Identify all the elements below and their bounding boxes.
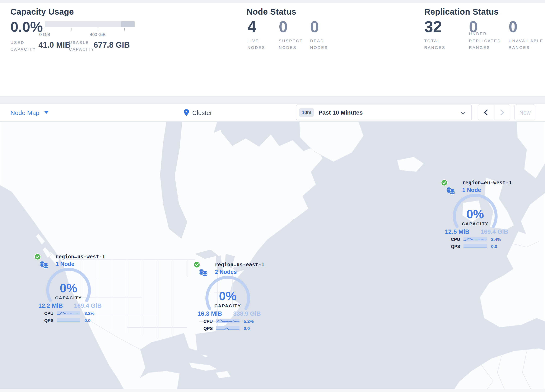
map-toolbar: Node Map Cluster 10m Past 10 Minutes <box>0 103 545 122</box>
marker-status <box>34 253 41 262</box>
stat-value: 0 <box>509 19 545 35</box>
region-total-capacity: 338.9 GiB <box>222 310 272 317</box>
usable-capacity-value: 677.8 GiB <box>94 41 130 50</box>
stat-label: TOTAL RANGES <box>424 38 446 52</box>
node-map: region=us-west-11 Node0%CAPACITY12.2 MiB… <box>0 122 545 392</box>
region-capacity-percent: 0% <box>425 207 525 221</box>
region-cpu-row: CPU3.2% <box>19 311 119 316</box>
region-label: region=us-west-1 <box>56 254 105 260</box>
region-capacity-caption: CAPACITY <box>19 295 119 300</box>
region-cpu-row: CPU5.2% <box>178 319 278 324</box>
stat-column: 0SUSPECT NODES <box>279 19 309 51</box>
marker-status <box>441 179 448 188</box>
tick-mark <box>45 28 45 31</box>
qps-label: QPS <box>19 317 54 323</box>
stat-label: LIVE NODES <box>248 38 265 52</box>
stat-column: 0DEAD NODES <box>310 19 340 51</box>
tick-mark <box>71 28 72 31</box>
stat-value: 0 <box>310 19 340 35</box>
qps-sparkline <box>216 326 240 330</box>
sparkline-chart <box>57 318 80 322</box>
stat-column: 0UNAVAILABLE RANGES <box>509 19 545 51</box>
qps-sparkline <box>464 244 487 248</box>
sparkline-chart <box>464 237 487 241</box>
cpu-value: 3.2% <box>84 311 94 316</box>
sparkline-chart <box>216 326 240 330</box>
usable-capacity: USABLE CAPACITY 677.8 GiB <box>69 39 94 53</box>
breadcrumb[interactable]: Cluster <box>184 104 212 121</box>
qps-sparkline <box>57 318 80 322</box>
marker-header: region=us-east-12 Nodes <box>215 262 265 275</box>
stat-value: 0 <box>279 19 309 35</box>
region-capacity-caption: CAPACITY <box>178 303 278 308</box>
used-capacity: USED CAPACITY 41.0 MiB <box>10 39 36 53</box>
healthy-check-icon <box>193 261 200 268</box>
tick-mark <box>98 28 98 31</box>
cpu-value: 5.2% <box>244 319 254 324</box>
stat-value: 32 <box>424 19 464 35</box>
map-footer-strip <box>0 389 545 392</box>
cpu-sparkline <box>464 237 487 241</box>
time-range-dropdown[interactable]: 10m Past 10 Minutes <box>296 105 472 120</box>
cluster-summary-panel: Capacity Usage 0.0% 0 GiB400 GiB USED CA… <box>0 3 545 97</box>
qps-label: QPS <box>178 325 213 330</box>
capacity-bar-dark-segment <box>121 21 135 27</box>
region-cpu-row: CPU2.4% <box>425 237 525 242</box>
capacity-axis: 0 GiB400 GiB <box>45 28 135 38</box>
cpu-label: CPU <box>425 237 460 242</box>
region-label: region=eu-west-1 <box>462 180 512 186</box>
chevron-left-icon <box>484 110 488 115</box>
tick-mark <box>124 28 125 31</box>
tick-label: 400 GiB <box>85 32 110 37</box>
cluster-overview-page: Capacity Usage 0.0% 0 GiB400 GiB USED CA… <box>0 0 545 392</box>
time-pager <box>478 105 510 120</box>
region-qps-row: QPS0.0 <box>425 243 525 249</box>
marker-header: region=us-west-11 Node <box>56 254 105 267</box>
region-marker-eu-west-1[interactable]: region=eu-west-11 Node0%CAPACITY12.5 MiB… <box>425 174 525 252</box>
region-marker-us-west-1[interactable]: region=us-west-11 Node0%CAPACITY12.2 MiB… <box>19 248 119 326</box>
region-capacity-percent: 0% <box>178 289 278 303</box>
used-capacity-label: USED CAPACITY <box>10 39 36 53</box>
chevron-down-icon <box>461 112 466 115</box>
region-total-capacity: 169.4 GiB <box>63 302 113 309</box>
cpu-label: CPU <box>19 311 54 316</box>
marker-status <box>193 261 200 270</box>
region-node-count[interactable]: 1 Node <box>462 187 512 193</box>
now-button-label: Now <box>519 109 531 116</box>
region-capacity-caption: CAPACITY <box>425 221 525 226</box>
healthy-check-icon <box>34 253 41 260</box>
cpu-sparkline <box>57 311 80 315</box>
stat-column: 0UNDER- REPLICATED RANGES <box>469 19 507 51</box>
sparkline-chart <box>464 244 487 248</box>
usable-capacity-label: USABLE CAPACITY <box>69 39 94 53</box>
view-mode-dropdown[interactable]: Node Map <box>10 104 49 121</box>
now-button[interactable]: Now <box>514 105 535 120</box>
cpu-sparkline <box>216 319 240 323</box>
replication-status-title: Replication Status <box>424 7 499 17</box>
region-qps-row: QPS0.0 <box>178 325 278 330</box>
region-node-count[interactable]: 1 Node <box>56 261 105 267</box>
location-pin-icon <box>184 109 189 116</box>
chevron-down-icon <box>44 111 49 114</box>
time-back-button[interactable] <box>478 105 494 120</box>
region-qps-row: QPS0.0 <box>19 317 119 323</box>
capacity-usage-title: Capacity Usage <box>10 7 74 17</box>
healthy-check-icon <box>441 179 448 186</box>
stat-label: UNAVAILABLE RANGES <box>509 38 544 52</box>
replication-status-section: Replication Status 32TOTAL RANGES0UNDER-… <box>424 3 545 96</box>
node-status-section: Node Status 4LIVE NODES0SUSPECT NODES0DE… <box>247 3 414 96</box>
time-forward-button[interactable] <box>494 105 510 120</box>
cpu-label: CPU <box>178 319 213 324</box>
chevron-right-icon <box>500 110 504 115</box>
breadcrumb-label: Cluster <box>192 109 212 116</box>
stat-column: 4LIVE NODES <box>248 19 277 51</box>
qps-label: QPS <box>425 243 460 249</box>
stat-label: DEAD NODES <box>310 38 328 52</box>
stat-label: UNDER- REPLICATED RANGES <box>469 31 501 51</box>
region-label: region=us-east-1 <box>215 262 265 268</box>
region-marker-us-east-1[interactable]: region=us-east-12 Nodes0%CAPACITY16.3 Mi… <box>178 256 278 334</box>
region-capacity-percent: 0% <box>19 281 119 295</box>
capacity-bar <box>45 21 135 27</box>
stat-label: SUSPECT NODES <box>279 38 303 52</box>
region-node-count[interactable]: 2 Nodes <box>215 269 265 275</box>
